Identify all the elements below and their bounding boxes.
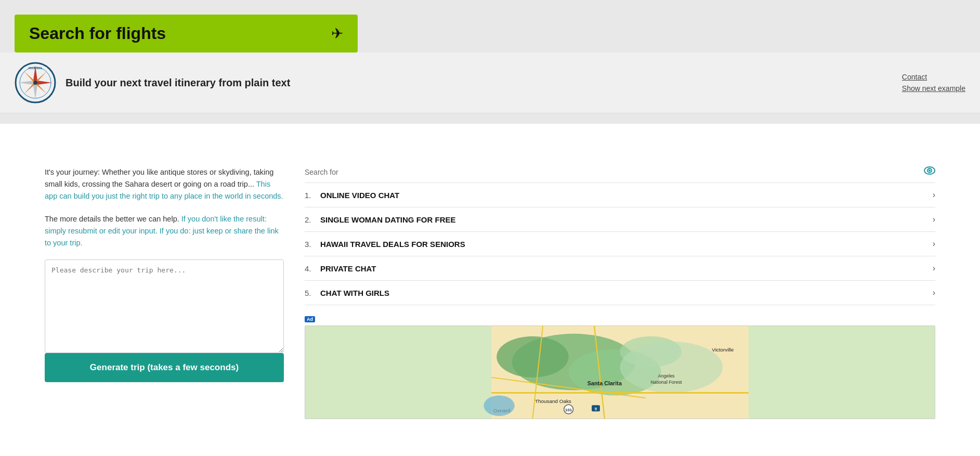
description-p2: The more details the better we can help.… bbox=[45, 213, 284, 250]
svg-marker-9 bbox=[35, 83, 47, 94]
svg-marker-7 bbox=[24, 83, 35, 94]
svg-marker-6 bbox=[35, 71, 47, 83]
svg-text:Santa Clarita: Santa Clarita bbox=[587, 380, 622, 386]
app-header: JOURNAL Build your next travel itinerary… bbox=[0, 53, 980, 113]
search-for-text: Search for bbox=[305, 168, 338, 176]
ad-number-3: 3. bbox=[305, 240, 320, 249]
svg-text:JOURNAL: JOURNAL bbox=[28, 67, 43, 70]
content-wrapper: It's your journey: Whether you like anti… bbox=[0, 124, 980, 456]
svg-text:Victorville: Victorville bbox=[712, 347, 734, 353]
app-tagline: Build your next travel itinerary from pl… bbox=[66, 77, 290, 89]
plane-icon: ✈ bbox=[331, 25, 343, 42]
svg-marker-4 bbox=[19, 81, 35, 85]
generate-trip-button[interactable]: Generate trip (takes a few seconds) bbox=[45, 353, 284, 382]
map-svg: Santa Clarita Thousand Oaks Victorville … bbox=[305, 326, 935, 419]
ad-item-2[interactable]: 2. SINGLE WOMAN DATING FOR FREE › bbox=[305, 207, 935, 232]
ad-number-5: 5. bbox=[305, 289, 320, 297]
svg-text:National Forest: National Forest bbox=[650, 380, 682, 385]
ad-item-1[interactable]: 1. ONLINE VIDEO CHAT › bbox=[305, 183, 935, 207]
ad-list: 1. ONLINE VIDEO CHAT › 2. SINGLE WOMAN D… bbox=[305, 183, 935, 305]
ad-item-5[interactable]: 5. CHAT WITH GIRLS › bbox=[305, 281, 935, 305]
ad-text-4: PRIVATE CHAT bbox=[320, 264, 927, 273]
logo-area: JOURNAL Build your next travel itinerary… bbox=[15, 62, 290, 103]
svg-marker-3 bbox=[33, 83, 37, 99]
ad-number-2: 2. bbox=[305, 215, 320, 224]
ad-number-1: 1. bbox=[305, 191, 320, 200]
svg-point-10 bbox=[33, 81, 37, 85]
contact-link[interactable]: Contact bbox=[902, 73, 927, 81]
compass-logo: JOURNAL bbox=[15, 62, 56, 103]
ad-badge-wrapper: Ad bbox=[305, 314, 935, 325]
trip-textarea[interactable] bbox=[45, 259, 284, 353]
ad-text-5: CHAT WITH GIRLS bbox=[320, 289, 927, 297]
svg-marker-8 bbox=[24, 71, 35, 83]
header-links: Contact Show next example bbox=[902, 73, 965, 93]
map-container: Santa Clarita Thousand Oaks Victorville … bbox=[305, 325, 935, 419]
search-flights-bar: Search for flights ✈ bbox=[15, 15, 358, 53]
next-example-link[interactable]: Show next example bbox=[902, 84, 965, 93]
ad-item-3[interactable]: 3. HAWAII TRAVEL DEALS FOR SENIORS › bbox=[305, 232, 935, 256]
ad-chevron-4: › bbox=[933, 264, 935, 273]
svg-point-17 bbox=[496, 336, 568, 377]
eye-icon bbox=[924, 166, 935, 177]
ad-number-4: 4. bbox=[305, 264, 320, 273]
ad-text-1: ONLINE VIDEO CHAT bbox=[320, 191, 927, 200]
svg-text:101: 101 bbox=[565, 408, 572, 412]
search-for-header: Search for bbox=[305, 166, 935, 177]
svg-point-31 bbox=[484, 396, 514, 416]
svg-text:Angeles: Angeles bbox=[658, 373, 675, 379]
svg-point-20 bbox=[620, 342, 723, 393]
description-p1: It's your journey: Whether you like anti… bbox=[45, 166, 284, 203]
ad-text-3: HAWAII TRAVEL DEALS FOR SENIORS bbox=[320, 240, 927, 249]
ad-item-4[interactable]: 4. PRIVATE CHAT › bbox=[305, 256, 935, 281]
page-title: Search for flights bbox=[29, 24, 166, 43]
svg-point-14 bbox=[929, 170, 931, 172]
svg-text:5: 5 bbox=[595, 407, 597, 411]
ad-chevron-5: › bbox=[933, 288, 935, 297]
ad-text-2: SINGLE WOMAN DATING FOR FREE bbox=[320, 215, 927, 224]
main-content: It's your journey: Whether you like anti… bbox=[30, 150, 950, 436]
page-wrapper: Search for flights ✈ JOURNAL bbox=[0, 15, 980, 456]
svg-text:Thousand Oaks: Thousand Oaks bbox=[535, 398, 571, 404]
left-panel: It's your journey: Whether you like anti… bbox=[45, 166, 284, 419]
right-panel: Search for 1. ONLINE VIDEO CHAT bbox=[305, 166, 935, 419]
ad-chevron-1: › bbox=[933, 190, 935, 200]
ad-chevron-2: › bbox=[933, 215, 935, 224]
ad-chevron-3: › bbox=[933, 239, 935, 249]
svg-marker-5 bbox=[35, 81, 52, 85]
ad-badge: Ad bbox=[305, 316, 315, 322]
